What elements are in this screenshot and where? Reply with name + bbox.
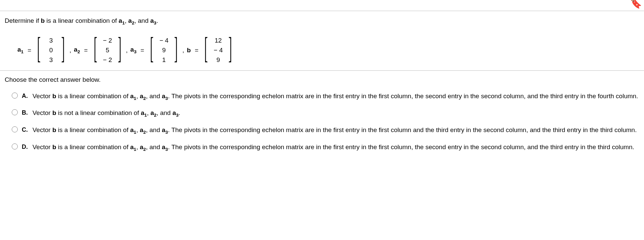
- choose-prompt: Choose the correct answer below.: [0, 71, 644, 88]
- equals: =: [84, 47, 88, 54]
- bookmark-icon[interactable]: 🔖: [630, 0, 642, 9]
- a3-v0: − 4: [159, 37, 169, 44]
- a1-v0: 3: [46, 37, 56, 44]
- comma: ,: [69, 47, 71, 54]
- top-bar: 🔖: [0, 0, 644, 11]
- a3-v1: 9: [159, 47, 169, 54]
- radio-c[interactable]: [12, 126, 18, 132]
- choice-letter: B.: [22, 108, 29, 117]
- right-bracket-icon: ]: [61, 35, 65, 66]
- radio-b[interactable]: [12, 109, 18, 115]
- choice-c[interactable]: C. Vector b is a linear combination of a…: [10, 125, 639, 136]
- a2-v1: 5: [103, 47, 113, 54]
- b-vector: [ 12 − 4 9 ]: [201, 35, 235, 66]
- prompt-b: b: [41, 17, 45, 24]
- a3-v2: 1: [159, 56, 169, 64]
- prompt-a3: a3: [150, 17, 156, 24]
- a3-values: − 4 9 1: [157, 35, 171, 66]
- right-bracket-icon: ]: [229, 35, 232, 66]
- prompt-a1: a1: [119, 17, 125, 24]
- a3-label: a3: [130, 46, 136, 54]
- b-label: b: [187, 47, 191, 54]
- radio-a[interactable]: [12, 93, 18, 99]
- a2-label: a2: [74, 46, 80, 54]
- question-prompt: Determine if b is a linear combination o…: [5, 17, 639, 25]
- prompt-text: is a linear combination of: [45, 17, 119, 24]
- a1-v1: 0: [46, 47, 56, 54]
- comma: ,: [126, 47, 128, 54]
- radio-d[interactable]: [12, 143, 18, 149]
- prompt-text: Determine if: [5, 17, 41, 24]
- left-bracket-icon: [: [204, 35, 208, 66]
- equals: =: [140, 47, 144, 54]
- choice-letter: A.: [22, 92, 29, 100]
- b-v0: 12: [213, 37, 223, 44]
- a2-values: − 2 5 − 2: [101, 35, 115, 66]
- a3-vector: [ − 4 9 1 ]: [147, 35, 181, 66]
- prompt-text: .: [156, 17, 158, 24]
- choice-text: Vector b is a linear combination of a1, …: [33, 92, 639, 102]
- choice-text: Vector b is a linear combination of a1, …: [33, 142, 639, 153]
- a1-label: a1: [17, 46, 23, 54]
- left-bracket-icon: [: [150, 35, 153, 66]
- b-values: 12 − 4 9: [211, 35, 225, 66]
- prompt-text: ,: [125, 17, 128, 24]
- choice-text: Vector b is a linear combination of a1, …: [33, 125, 639, 136]
- choice-letter: D.: [22, 142, 29, 151]
- a1-vector: [ 3 0 3 ]: [34, 35, 68, 66]
- choices: A. Vector b is a linear combination of a…: [0, 88, 644, 164]
- prompt-text: , and: [134, 17, 150, 24]
- right-bracket-icon: ]: [118, 35, 121, 66]
- choice-text: Vector b is not a linear combination of …: [33, 108, 639, 119]
- page: 🔖 Determine if b is a linear combination…: [0, 0, 644, 164]
- equals: =: [195, 47, 198, 54]
- vectors-row: a1 = [ 3 0 3 ] , a2 = [ − 2 5 − 2: [5, 35, 639, 66]
- b-v2: 9: [213, 56, 223, 64]
- equals: =: [27, 47, 31, 54]
- choice-letter: C.: [22, 125, 29, 134]
- right-bracket-icon: ]: [174, 35, 178, 66]
- comma: ,: [182, 47, 184, 54]
- a2-v0: − 2: [103, 37, 113, 44]
- left-bracket-icon: [: [94, 35, 97, 66]
- a1-v2: 3: [46, 56, 56, 64]
- a1-values: 3 0 3: [44, 35, 58, 66]
- left-bracket-icon: [: [37, 35, 41, 66]
- question-section: Determine if b is a linear combination o…: [0, 11, 644, 71]
- choice-a[interactable]: A. Vector b is a linear combination of a…: [10, 92, 639, 102]
- a2-v2: − 2: [103, 56, 113, 64]
- choice-d[interactable]: D. Vector b is a linear combination of a…: [10, 142, 639, 153]
- b-v1: − 4: [213, 47, 223, 54]
- choice-b[interactable]: B. Vector b is not a linear combination …: [10, 108, 639, 119]
- prompt-a2: a2: [128, 17, 134, 24]
- a2-vector: [ − 2 5 − 2 ]: [90, 35, 125, 66]
